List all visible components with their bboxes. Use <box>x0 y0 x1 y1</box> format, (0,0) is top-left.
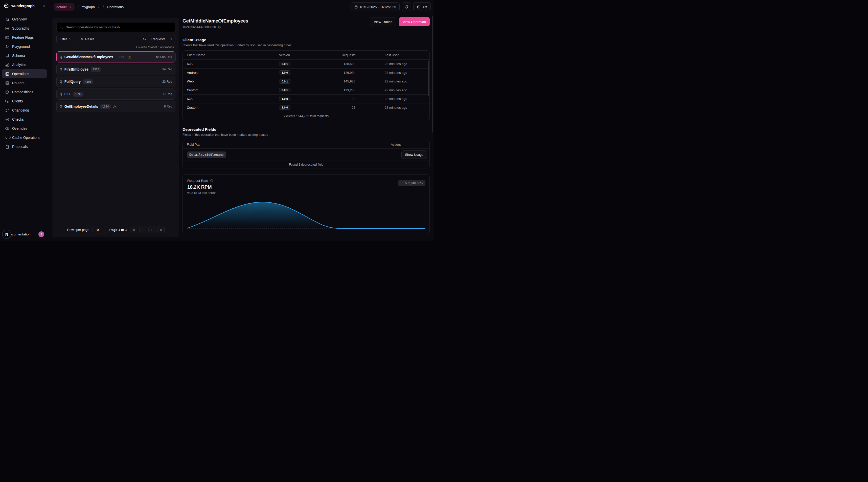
sidebar-item-routers[interactable]: Routers <box>2 79 47 88</box>
sidebar-item-subgraphs[interactable]: Subgraphs <box>2 24 47 33</box>
sidebar-item-label: Compositions <box>12 90 33 94</box>
section-description: Fields in this operation that have been … <box>183 133 430 137</box>
chevron-left-icon: ‹ <box>142 228 143 232</box>
calendar-icon <box>354 5 358 9</box>
version-badge: 0.0.1 <box>279 62 290 66</box>
sidebar-item-feature-flags[interactable]: Feature Flags <box>2 33 47 42</box>
avatar[interactable]: f <box>38 231 44 237</box>
next-page-button[interactable]: › <box>148 226 155 233</box>
list-item-operation[interactable]: Q FullQuery 4290 23 Req <box>56 76 176 87</box>
rows-per-page-select[interactable]: 10 <box>93 226 106 233</box>
query-kind-badge: Q <box>60 105 62 108</box>
list-item-operation[interactable]: Q GetMiddleNameOfEmployees 1024 544.8K R… <box>56 51 176 62</box>
breadcrumb-page: Operations <box>107 5 124 9</box>
table-row[interactable]: Custom 1.0.0 26 28 minutes ago <box>183 103 429 112</box>
list-item-operation[interactable]: Q GetEmployeeDetails 1024 8 Req <box>56 101 176 112</box>
warning-icon <box>128 55 132 59</box>
column-header: Last Used <box>355 53 429 57</box>
search-input[interactable] <box>56 22 176 32</box>
list-item-operation[interactable]: Q FFF 5597 17 Req <box>56 89 176 100</box>
filter-button[interactable]: Filter <box>56 35 75 43</box>
sidebar-item-compositions[interactable]: Compositions <box>2 88 47 97</box>
sidebar-item-analytics[interactable]: Analytics <box>2 60 47 69</box>
info-icon[interactable] <box>210 179 213 182</box>
namespace-selector[interactable]: default <box>54 3 74 11</box>
graph-selector[interactable]: mygraph <box>82 5 100 9</box>
table-row[interactable]: Custom 0.0.1 133,285 23 minutes ago <box>183 86 429 95</box>
check-circle-icon <box>5 117 9 122</box>
sidebar: wundergraph Overview Subgraphs Feature F… <box>0 0 49 241</box>
sidebar-item-playground[interactable]: Playground <box>2 42 47 51</box>
view-operation-button[interactable]: View Operation <box>399 17 430 26</box>
close-icon <box>81 37 84 40</box>
sidebar-item-proposals[interactable]: Proposals <box>2 142 47 151</box>
deprecated-fields-table: Field Path Actions Details.middlename Sh… <box>183 140 430 169</box>
sidebar-item-schema[interactable]: Schema <box>2 51 47 60</box>
request-count: 26 <box>309 106 355 110</box>
table-row[interactable]: Web 0.0.1 145,986 23 minutes ago <box>183 77 429 86</box>
table-row[interactable]: IOS 1.0.0 28 28 minutes ago <box>183 94 429 103</box>
auto-refresh-value: Off <box>423 5 427 9</box>
last-used: 23 minutes ago <box>355 71 429 74</box>
copy-icon[interactable] <box>218 26 221 29</box>
auto-refresh-button[interactable]: Off <box>413 2 431 11</box>
chevrons-up-down-icon <box>69 5 72 8</box>
chevrons-left-icon: « <box>133 228 135 232</box>
sort-by-value: Requests <box>151 37 165 41</box>
clipboard-icon <box>5 145 9 149</box>
sidebar-item-cache-operations[interactable]: { } Cache Operations <box>2 133 47 142</box>
rows-per-page-value: 10 <box>95 228 99 232</box>
flag-card-icon <box>5 35 9 40</box>
org-switcher[interactable]: wundergraph <box>0 0 49 9</box>
nextjs-letter: N <box>5 232 8 237</box>
sidebar-item-overview[interactable]: Overview <box>2 15 47 24</box>
reset-button[interactable]: Reset <box>77 35 97 43</box>
request-rate-value: 18.2K RPM <box>187 184 425 190</box>
section-title: Client Usage <box>183 38 430 42</box>
operation-request-count: 34 Req <box>162 67 172 71</box>
refresh-icon <box>404 5 408 9</box>
show-usage-button[interactable]: Show Usage <box>401 150 427 159</box>
table-row[interactable]: IOS 0.0.1 138,408 23 minutes ago <box>183 59 429 68</box>
prev-page-button[interactable]: ‹ <box>139 226 146 233</box>
detail-actions: View Traces View Operation <box>370 17 430 26</box>
nextjs-dev-indicator[interactable]: N <box>2 230 11 239</box>
sidebar-item-changelog[interactable]: Changelog <box>2 106 47 115</box>
chart-title: Request Rate <box>187 179 208 183</box>
operation-count-badge: 1024 <box>115 55 126 59</box>
area-chart <box>187 200 425 231</box>
sidebar-item-operations[interactable]: Operations <box>2 69 47 79</box>
breadcrumb: default / mygraph / Operations <box>54 3 124 11</box>
sort-descending-icon <box>142 37 146 41</box>
change-value: 592,018.56% <box>405 181 423 185</box>
first-page-button[interactable]: « <box>130 226 137 233</box>
date-range-button[interactable]: 01/12/2025 - 01/12/2025 <box>350 2 400 11</box>
request-count: 28 <box>309 97 355 101</box>
query-kind-badge: Q <box>60 67 62 71</box>
last-used: 28 minutes ago <box>355 97 429 101</box>
column-header: Actions <box>391 143 429 146</box>
sidebar-item-checks[interactable]: Checks <box>2 115 47 124</box>
sidebar-item-clients[interactable]: Clients <box>2 97 47 106</box>
namespace-value: default <box>56 5 67 9</box>
view-traces-button[interactable]: View Traces <box>370 17 396 26</box>
client-usage-table: Client Name Version Requests Last Used I… <box>183 50 430 120</box>
date-range-value: 01/12/2025 - 01/12/2025 <box>360 5 396 9</box>
sidebar-item-overrides[interactable]: Overrides <box>2 124 47 133</box>
section-description: Clients that have used this operation. S… <box>183 43 430 47</box>
operation-request-count: 544.8K Req <box>156 55 172 59</box>
last-page-button[interactable]: » <box>157 226 164 233</box>
list-item-operation[interactable]: Q FirstEmployee 1375 34 Req <box>56 64 176 75</box>
column-header: Field Path <box>183 143 391 146</box>
table-row[interactable]: Android 1.0.0 126,984 23 minutes ago <box>183 68 429 77</box>
page-scrollbar[interactable] <box>432 16 433 132</box>
git-branch-icon <box>5 108 9 113</box>
request-count: 145,986 <box>309 80 355 83</box>
sidebar-footer: Documentation N f <box>0 227 49 241</box>
table-scrollbar[interactable] <box>428 61 429 96</box>
graph-value: mygraph <box>82 5 95 9</box>
breadcrumb-separator: / <box>78 5 79 9</box>
refresh-button[interactable] <box>402 2 411 11</box>
operation-request-count: 17 Req <box>162 92 172 96</box>
sort-by-select[interactable]: Requests <box>149 35 176 43</box>
